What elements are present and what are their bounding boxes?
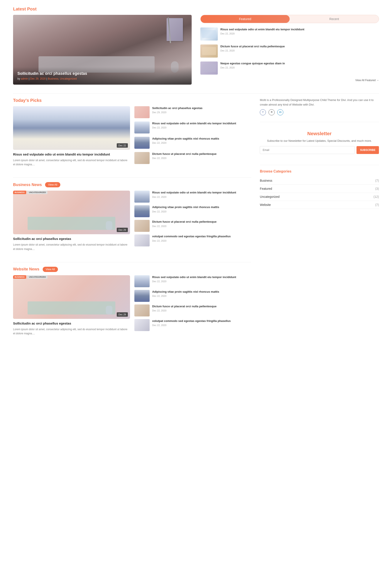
featured-recent-tabs: Featured Recent — [200, 15, 379, 23]
business-main-post[interactable]: BUSINESS UNCATEGORIZED Dec 29 Sollicitud… — [13, 190, 130, 253]
small-post-item[interactable]: Dictum fusce ut placerat orci nulla pell… — [134, 304, 251, 316]
small-post-thumb — [134, 220, 150, 232]
category-name: Uncategorized — [260, 195, 279, 198]
small-post-title: volutpat commodo sed egestas egestas fri… — [152, 234, 251, 238]
small-post-date: Dec 22, 2020 — [152, 324, 251, 326]
small-post-title: Adipiscing vitae proin sagittis nisl rho… — [152, 205, 251, 209]
business-news-section: Business News View All BUSINESS UNCATEGO… — [13, 182, 251, 253]
picks-main-title: Risus sed vulputate odio ut enim blandit… — [13, 152, 130, 156]
category-item[interactable]: Website (7) — [260, 201, 379, 209]
sidebar-post-item[interactable]: Neque egestas congue quisque egestas dia… — [200, 62, 379, 74]
small-post-item[interactable]: Risus sed vulputate odio ut enim blandit… — [134, 190, 251, 202]
website-news-main: News — [29, 267, 39, 271]
date-badge: Dec 22 — [117, 143, 128, 148]
business-news-view-all[interactable]: View All — [45, 182, 60, 187]
featured-post-card-meta: by admin | Dec 29, 2020 | Business, Unca… — [17, 77, 187, 80]
date-badge: Dec 29 — [117, 312, 128, 317]
small-post-thumb — [134, 304, 150, 316]
featured-post-categories: Business, Uncategorized — [48, 77, 77, 80]
sidebar-post-thumb — [200, 62, 218, 74]
small-post-item[interactable]: Dictum fusce ut placerat orci nulla pell… — [134, 220, 251, 232]
todays-picks-title: Today's Picks — [13, 98, 251, 103]
sidebar-post-title: Neque egestas congue quisque egestas dia… — [220, 62, 379, 66]
business-news-main: News — [31, 182, 42, 187]
small-post-info: volutpat commodo sed egestas egestas fri… — [152, 319, 251, 326]
sidebar-post-item[interactable]: Risus sed vulputate odio ut enim blandit… — [200, 28, 379, 40]
category-item[interactable]: Uncategorized (12) — [260, 193, 379, 201]
small-post-title: Dictum fusce ut placerat orci nulla pell… — [152, 304, 251, 308]
featured-post-author: admin — [21, 77, 28, 80]
newsletter-subscribe-button[interactable]: SUBSCRIBE — [357, 146, 379, 154]
category-item[interactable]: Featured (3) — [260, 185, 379, 193]
small-post-item[interactable]: Risus sed vulputate odio ut enim blandit… — [134, 275, 251, 287]
small-post-item[interactable]: Adipiscing vitae proin sagittis nisl rho… — [134, 290, 251, 302]
latest-post-title: Latest Post — [13, 6, 379, 12]
small-post-item[interactable]: Adipiscing vitae proin sagittis nisl rho… — [134, 137, 251, 149]
small-post-date: Dec 22, 2020 — [152, 240, 251, 242]
website-news-view-all[interactable]: View All — [43, 267, 58, 272]
tag-uncategorized: UNCATEGORIZED — [27, 275, 47, 279]
post-tags: BUSINESS UNCATEGORIZED — [13, 275, 130, 279]
main-content: Today's Picks BUSINESS FEATURED UNCATEGO… — [13, 98, 251, 346]
picks-small-posts: Sollicitudin ac orci phasellus egestas D… — [134, 106, 251, 169]
picks-main-excerpt: Lorem ipsum dolor sit amet, consectetur … — [13, 158, 130, 166]
website-main-excerpt: Lorem ipsum dolor sit amet, consectetur … — [13, 327, 130, 336]
small-post-item[interactable]: Dictum fusce ut placerat orci nulla pell… — [134, 152, 251, 164]
website-main-post[interactable]: BUSINESS UNCATEGORIZED Dec 29 Sollicitud… — [13, 275, 130, 338]
tab-featured[interactable]: Featured — [200, 15, 290, 23]
social-twitter-icon[interactable]: ✕ — [268, 109, 275, 115]
social-linkedin-icon[interactable]: in — [277, 109, 283, 115]
small-post-title: Adipiscing vitae proin sagittis nisl rho… — [152, 290, 251, 294]
date-badge: Dec 29 — [117, 228, 128, 232]
tag-business: BUSINESS — [13, 190, 26, 194]
small-post-date: Dec 22, 2020 — [152, 196, 251, 198]
featured-post-card[interactable]: Sollicitudin ac orci phasellus egestas b… — [13, 15, 192, 84]
picks-main-post[interactable]: BUSINESS FEATURED UNCATEGORIZED Dec 22 R… — [13, 106, 130, 169]
small-post-date: Dec 22, 2020 — [152, 309, 251, 312]
small-post-thumb — [134, 137, 150, 149]
small-post-item[interactable]: Adipiscing vitae proin sagittis nisl rho… — [134, 205, 251, 217]
small-post-title: Risus sed vulputate odio ut enim blandit… — [152, 190, 251, 194]
sidebar-post-item[interactable]: Dictum fusce ut placerat orci nulla pell… — [200, 44, 379, 58]
website-main-info: Sollicitudin ac orci phasellus egestas L… — [13, 319, 130, 338]
small-post-info: Adipiscing vitae proin sagittis nisl rho… — [152, 137, 251, 144]
category-item[interactable]: Business (7) — [260, 177, 379, 185]
small-post-info: Dictum fusce ut placerat orci nulla pell… — [152, 152, 251, 160]
latest-post-section: Latest Post Sollicitudi — [13, 6, 379, 84]
category-count: (3) — [375, 187, 379, 190]
small-post-date: Dec 22, 2020 — [152, 157, 251, 160]
sidebar-post-info: Dictum fusce ut placerat orci nulla pell… — [220, 44, 379, 52]
view-all-featured-link[interactable]: View All Featured → — [200, 78, 379, 82]
small-post-info: Dictum fusce ut placerat orci nulla pell… — [152, 304, 251, 312]
social-facebook-icon[interactable]: f — [260, 109, 266, 115]
website-news-header: Website News View All — [13, 267, 251, 272]
small-post-info: Dictum fusce ut placerat orci nulla pell… — [152, 220, 251, 227]
category-count: (12) — [374, 195, 379, 198]
sidebar-post-date: Dec 22, 2020 — [220, 32, 379, 35]
small-post-item[interactable]: volutpat commodo sed egestas egestas fri… — [134, 234, 251, 246]
small-post-thumb — [134, 290, 150, 302]
category-name: Business — [260, 179, 272, 182]
small-post-title: Adipiscing vitae proin sagittis nisl rho… — [152, 137, 251, 141]
small-post-thumb — [134, 205, 150, 217]
business-main-image: BUSINESS UNCATEGORIZED Dec 29 — [13, 190, 130, 234]
small-post-thumb — [134, 275, 150, 287]
sidebar-post-info: Neque egestas congue quisque egestas dia… — [220, 62, 379, 69]
sidebar-posts-list: Risus sed vulputate odio ut enim blandit… — [200, 28, 379, 74]
small-post-info: Sollicitudin ac orci phasellus egestas D… — [152, 106, 251, 114]
website-news-grid: BUSINESS UNCATEGORIZED Dec 29 Sollicitud… — [13, 275, 251, 338]
category-count: (7) — [375, 203, 379, 206]
tab-recent[interactable]: Recent — [290, 15, 379, 23]
featured-post-date: Dec 29, 2020 — [30, 77, 46, 80]
small-post-title: Risus sed vulputate odio ut enim blandit… — [152, 275, 251, 279]
post-tags: BUSINESS UNCATEGORIZED — [13, 190, 130, 194]
small-post-item[interactable]: volutpat commodo sed egestas egestas fri… — [134, 319, 251, 331]
view-all-featured-anchor[interactable]: View All Featured → — [355, 79, 379, 82]
small-post-item[interactable]: Risus sed vulputate odio ut enim blandit… — [134, 122, 251, 134]
small-post-item[interactable]: Sollicitudin ac orci phasellus egestas D… — [134, 106, 251, 118]
newsletter-email-input[interactable] — [260, 146, 355, 154]
small-post-thumb — [134, 319, 150, 331]
section-divider — [13, 178, 251, 178]
sidebar-post-title: Dictum fusce ut placerat orci nulla pell… — [220, 44, 379, 48]
business-news-header: Business News View All — [13, 182, 251, 187]
